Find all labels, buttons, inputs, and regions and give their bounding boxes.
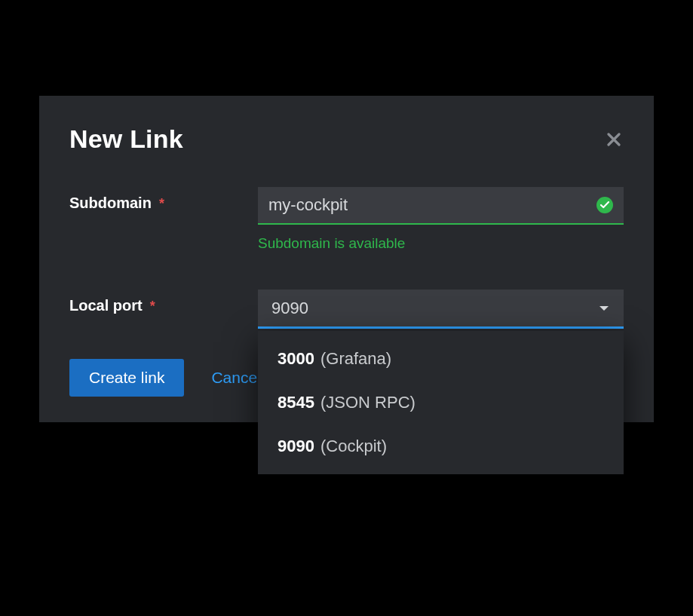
localport-field: 9090 3000 (Grafana) 8545 (JSON RPC) 9090…: [258, 290, 624, 329]
check-icon: [596, 197, 613, 213]
subdomain-label: Subdomain *: [69, 187, 258, 212]
option-label: (JSON RPC): [320, 393, 415, 412]
create-link-button[interactable]: Create link: [69, 359, 184, 397]
option-label: (Cockpit): [320, 437, 387, 456]
localport-dropdown: 3000 (Grafana) 8545 (JSON RPC) 9090 (Coc…: [258, 331, 624, 474]
localport-label-text: Local port: [69, 297, 143, 314]
modal-header: New Link: [69, 124, 624, 154]
close-button[interactable]: [604, 130, 624, 149]
subdomain-row: Subdomain * Subdomain is available: [69, 187, 624, 252]
localport-option-8545[interactable]: 8545 (JSON RPC): [258, 381, 624, 424]
localport-option-3000[interactable]: 3000 (Grafana): [258, 337, 624, 381]
cancel-button[interactable]: Cancel: [211, 369, 260, 387]
localport-row: Local port * 9090 3000 (Grafana) 8545 (J…: [69, 290, 624, 329]
option-port: 3000: [278, 349, 314, 369]
localport-label: Local port *: [69, 290, 258, 314]
option-port: 8545: [278, 393, 314, 412]
subdomain-field: Subdomain is available: [258, 187, 624, 252]
subdomain-input-wrap: [258, 187, 624, 225]
localport-selected-value: 9090: [271, 299, 599, 318]
subdomain-input[interactable]: [268, 195, 596, 215]
subdomain-label-text: Subdomain: [69, 195, 152, 212]
subdomain-helper: Subdomain is available: [258, 235, 624, 252]
new-link-modal: New Link Subdomain * Subdoma: [39, 96, 654, 422]
localport-option-9090[interactable]: 9090 (Cockpit): [258, 424, 624, 468]
modal-title: New Link: [69, 124, 183, 154]
required-mark: *: [159, 196, 164, 212]
required-mark: *: [150, 299, 155, 314]
localport-select[interactable]: 9090: [258, 290, 624, 329]
chevron-down-icon: [599, 306, 609, 311]
option-label: (Grafana): [320, 349, 391, 369]
close-icon: [607, 133, 621, 146]
option-port: 9090: [278, 437, 314, 456]
